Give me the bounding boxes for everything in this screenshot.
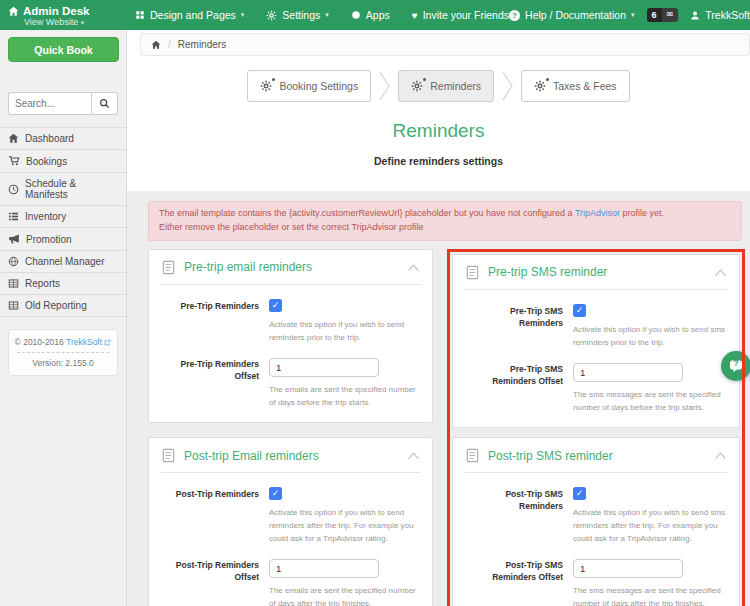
form-icon: [161, 448, 176, 463]
pre-trip-reminders-offset-input[interactable]: [269, 358, 379, 377]
question-glyph: ?: [721, 358, 750, 368]
clock-icon: [8, 184, 19, 195]
megaphone-icon: [8, 233, 20, 245]
breadcrumb: / Reminders: [140, 33, 750, 56]
help-text: Activate this option if you wish to send…: [573, 507, 727, 545]
alert-line-1: The email template contains the {activit…: [159, 207, 731, 221]
version-text: Version: 2.155.0: [13, 358, 113, 368]
quick-book-button[interactable]: Quick Book: [8, 37, 119, 62]
wizard-step-taxes-fees[interactable]: Taxes & Fees: [521, 70, 630, 102]
post-trip-reminders-checkbox[interactable]: ✓: [269, 487, 282, 500]
table-icon: [8, 300, 19, 311]
collapse-chevron-icon[interactable]: [407, 263, 420, 272]
settings-content: The email template contains the {activit…: [127, 191, 750, 606]
messages-badge[interactable]: 6 ✉: [647, 8, 679, 22]
globe-icon: [8, 256, 19, 267]
panel-post-trip-email-reminders: Post-trip Email reminders Post-Trip Remi…: [148, 437, 433, 606]
check-icon: ✓: [576, 489, 584, 498]
gear-icon: [411, 80, 423, 92]
pre-trip-sms-reminders-offset-label: Pre-Trip SMS Reminders Offset: [465, 362, 573, 415]
help-documentation-link[interactable]: ? Help / Documentation ▾: [509, 9, 635, 21]
brand-block[interactable]: Admin Desk View Website ▾: [0, 2, 127, 29]
sidebar-item-bookings[interactable]: Bookings: [0, 150, 126, 173]
wizard-step-booking-settings[interactable]: Booking Settings: [247, 70, 371, 102]
chevron-right-icon: [501, 69, 514, 103]
form-icon: [465, 265, 480, 280]
user-menu[interactable]: TrekkSoft Support ▾: [690, 9, 750, 21]
tripadvisor-link[interactable]: TripAdvisor: [575, 208, 620, 218]
cart-icon: [8, 155, 20, 167]
page-title: Reminders: [127, 120, 750, 142]
user-icon: [690, 10, 700, 21]
external-link-icon: [104, 339, 111, 346]
apps-icon: [351, 10, 361, 20]
menu-settings[interactable]: Settings ▾: [266, 9, 328, 21]
view-website-link[interactable]: View Website ▾: [24, 18, 127, 28]
caret-down-icon: ▾: [241, 11, 245, 19]
collapse-chevron-icon[interactable]: [714, 451, 727, 460]
sidebar-item-dashboard[interactable]: Dashboard: [0, 128, 126, 150]
menu-invite-your-friends[interactable]: ♥ Invite your Friends: [412, 9, 509, 21]
caret-down-icon: ▾: [325, 11, 329, 19]
post-trip-sms-reminders-offset-label: Post-Trip SMS Reminders Offset: [465, 558, 573, 606]
post-trip-sms-reminders-label: Post-Trip SMS Reminders: [465, 487, 573, 545]
menu-apps[interactable]: Apps: [351, 9, 390, 21]
post-trip-sms-reminders-offset-input[interactable]: [573, 559, 683, 578]
caret-down-icon: ▾: [631, 11, 635, 19]
collapse-chevron-icon[interactable]: [407, 451, 420, 460]
top-navbar: Admin Desk View Website ▾ Design and Pag…: [0, 0, 750, 30]
panel-title: Post-trip SMS reminder: [488, 449, 706, 463]
help-text: The sms messages are sent the specified …: [573, 585, 727, 606]
main-menu: Design and Pages ▾ Settings ▾ Apps ♥ Inv…: [135, 9, 509, 21]
heart-icon: ♥: [412, 10, 418, 21]
home-icon[interactable]: [151, 40, 161, 50]
panel-post-trip-sms-reminder: Post-trip SMS reminder Post-Trip SMS Rem…: [452, 437, 740, 606]
page-header: Booking Settings Reminders: [127, 56, 750, 191]
pre-trip-sms-reminders-offset-input[interactable]: [573, 363, 683, 382]
gear-icon: [260, 80, 272, 92]
chat-help-button[interactable]: ?: [721, 351, 750, 381]
pre-trip-reminders-checkbox[interactable]: ✓: [269, 299, 282, 312]
list-icon: [8, 211, 19, 222]
pre-trip-sms-reminders-checkbox[interactable]: ✓: [573, 304, 586, 317]
chevron-right-icon: [378, 69, 391, 103]
menu-design-and-pages[interactable]: Design and Pages ▾: [135, 9, 244, 21]
breadcrumb-current: Reminders: [178, 39, 226, 50]
alert-line-2: Either remove the placeholder or set the…: [159, 221, 731, 235]
panel-pre-trip-sms-reminder: Pre-trip SMS reminder Pre-Trip SMS Remin…: [452, 254, 740, 428]
post-trip-reminders-offset-input[interactable]: [269, 559, 379, 578]
post-trip-reminders-offset-label: Post-Trip Reminders Offset: [161, 558, 269, 606]
sidebar: Quick Book Dashboard Bookings Sch: [0, 30, 127, 606]
post-trip-sms-reminders-checkbox[interactable]: ✓: [573, 487, 586, 500]
sidebar-search: [8, 92, 118, 115]
panel-pre-trip-email-reminders: Pre-trip email reminders Pre-Trip Remind…: [148, 249, 433, 423]
help-text: Activate this option if you wish to send…: [573, 324, 727, 350]
post-trip-reminders-label: Post-Trip Reminders: [161, 487, 269, 545]
sidebar-item-reports[interactable]: Reports: [0, 273, 126, 295]
search-input[interactable]: [8, 92, 91, 115]
gear-icon: [266, 10, 277, 21]
search-icon: [99, 98, 110, 109]
message-count: 6: [647, 8, 662, 22]
caret-down-icon: ▾: [81, 19, 85, 26]
home-icon: [8, 6, 19, 17]
sidebar-item-inventory[interactable]: Inventory: [0, 206, 126, 228]
sidebar-item-old-reporting[interactable]: Old Reporting: [0, 295, 126, 317]
help-icon: ?: [509, 10, 520, 21]
help-text: The emails are sent the specified number…: [269, 585, 420, 606]
wizard-step-reminders[interactable]: Reminders: [398, 70, 494, 102]
form-icon: [161, 260, 176, 275]
pre-trip-reminders-offset-label: Pre-Trip Reminders Offset: [161, 357, 269, 410]
sidebar-item-promotion[interactable]: Promotion: [0, 228, 126, 251]
search-button[interactable]: [91, 92, 118, 115]
trekksoft-link[interactable]: TrekkSoft: [66, 337, 111, 347]
gear-icon: [534, 80, 546, 92]
table-icon: [8, 278, 19, 289]
breadcrumb-separator: /: [168, 39, 171, 50]
help-text: The sms messages are sent the specified …: [573, 389, 727, 415]
collapse-chevron-icon[interactable]: [714, 268, 727, 277]
panel-title: Pre-trip email reminders: [184, 260, 399, 274]
sidebar-item-channel-manager[interactable]: Channel Manager: [0, 251, 126, 273]
sidebar-item-schedule-manifests[interactable]: Schedule & Manifests: [0, 173, 126, 206]
grid-icon: [135, 10, 145, 20]
